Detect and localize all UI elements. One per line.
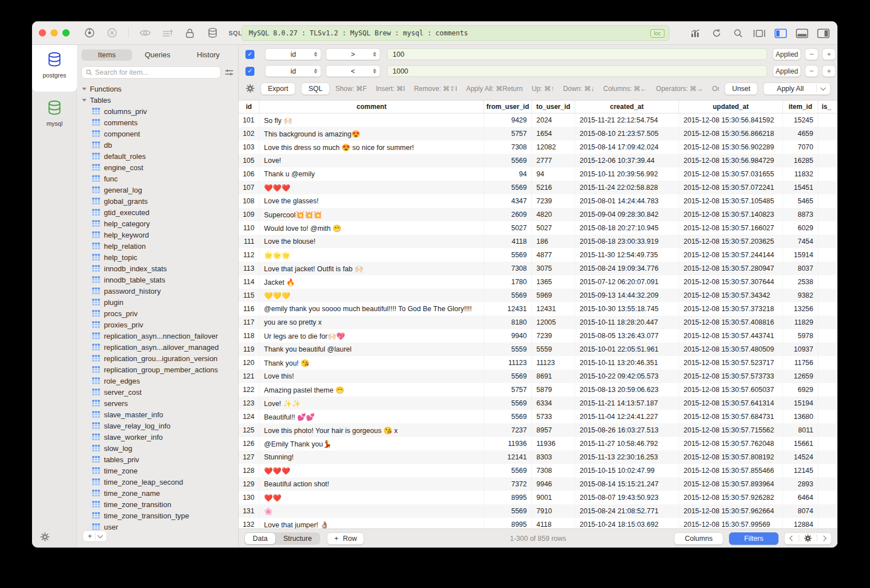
cell-id[interactable]: 113 bbox=[239, 262, 259, 275]
close-window-button[interactable] bbox=[39, 29, 46, 37]
cell-comment[interactable]: 💛💛💛 bbox=[259, 289, 484, 302]
cell-updated_at[interactable]: 2015-12-08 15:30:57.166027 bbox=[679, 221, 783, 235]
table-row[interactable]: 127Stunning!1214183032015-11-13 22:30:16… bbox=[239, 450, 837, 464]
cell-from_user_id[interactable]: 8995 bbox=[484, 518, 532, 528]
cell-item_id[interactable]: 2893 bbox=[783, 477, 818, 491]
cell-id[interactable]: 125 bbox=[239, 423, 259, 437]
cell-comment[interactable]: Love! ✨✨ bbox=[259, 396, 484, 410]
table-item-component[interactable]: component bbox=[77, 128, 238, 139]
cell-to_user_id[interactable]: 8691 bbox=[532, 370, 575, 383]
layout-right-icon[interactable] bbox=[817, 27, 830, 39]
table-item-slave_relay_log_info[interactable]: slave_relay_log_info bbox=[77, 420, 238, 431]
data-tab-button[interactable]: Data bbox=[245, 533, 275, 544]
cell-from_user_id[interactable]: 7237 bbox=[484, 423, 532, 437]
table-item-procs_priv[interactable]: procs_priv bbox=[77, 308, 238, 319]
cell-created_at[interactable]: 2015-12-06 10:37:39.44 bbox=[575, 154, 679, 167]
cell-comment[interactable]: @emily thank you soooo much beautiful!!!… bbox=[259, 302, 484, 316]
cell-from_user_id[interactable]: 5559 bbox=[484, 343, 532, 356]
cell-is_[interactable] bbox=[818, 221, 837, 235]
search-input[interactable] bbox=[95, 69, 216, 76]
cell-created_at[interactable]: 2015-10-11 13:20:46.351 bbox=[575, 356, 679, 370]
tab-queries[interactable]: Queries bbox=[132, 49, 183, 61]
layout-bottom-icon[interactable] bbox=[796, 27, 808, 39]
cell-comment[interactable]: Thank you beautiful @laurel bbox=[259, 343, 484, 356]
cell-to_user_id[interactable]: 11936 bbox=[532, 437, 575, 450]
cell-to_user_id[interactable]: 5879 bbox=[532, 383, 575, 396]
cell-from_user_id[interactable]: 5569 bbox=[484, 181, 532, 194]
cell-to_user_id[interactable]: 6334 bbox=[532, 396, 575, 410]
cell-comment[interactable]: Stunning! bbox=[259, 450, 484, 464]
cell-item_id[interactable]: 15661 bbox=[783, 437, 818, 450]
cell-id[interactable]: 132 bbox=[239, 518, 259, 528]
cell-comment[interactable]: Thank you! 😘 bbox=[259, 356, 484, 370]
cell-updated_at[interactable]: 2015-12-08 15:30:57.140823 bbox=[679, 208, 783, 221]
cell-id[interactable]: 109 bbox=[239, 208, 259, 221]
cell-id[interactable]: 102 bbox=[239, 127, 259, 140]
cell-is_[interactable] bbox=[818, 450, 837, 464]
table-row[interactable]: 110Would love to! @mith 😬502750272015-08… bbox=[239, 221, 837, 235]
cell-comment[interactable]: you are so pretty x bbox=[259, 316, 484, 329]
filter-column-select[interactable]: id bbox=[265, 48, 321, 60]
cell-created_at[interactable]: 2015-08-24 21:08:52.771 bbox=[575, 504, 679, 518]
cell-to_user_id[interactable]: 2777 bbox=[532, 154, 575, 167]
filter-applied-button[interactable]: Applied bbox=[773, 65, 801, 77]
table-row[interactable]: 122Amazing pastel theme 😁575758792015-08… bbox=[239, 383, 837, 396]
cell-from_user_id[interactable]: 4347 bbox=[484, 194, 532, 208]
cell-to_user_id[interactable]: 12431 bbox=[532, 302, 575, 316]
cell-is_[interactable] bbox=[818, 194, 837, 208]
cell-created_at[interactable]: 2015-10-11 20:39:56.992 bbox=[575, 167, 679, 181]
item-search-field[interactable] bbox=[81, 66, 221, 79]
group-functions[interactable]: Functions bbox=[77, 83, 238, 94]
cell-created_at[interactable]: 2015-09-04 09:28:30.842 bbox=[575, 208, 679, 221]
cell-item_id[interactable]: 5978 bbox=[783, 329, 818, 343]
cell-comment[interactable]: Supercool💥💥💥 bbox=[259, 208, 484, 221]
table-item-role_edges[interactable]: role_edges bbox=[77, 375, 238, 386]
cell-is_[interactable] bbox=[818, 181, 837, 194]
cell-created_at[interactable]: 2015-11-27 10:58:46.792 bbox=[575, 437, 679, 450]
cell-from_user_id[interactable]: 12431 bbox=[484, 302, 532, 316]
cell-id[interactable]: 119 bbox=[239, 343, 259, 356]
table-item-server_cost[interactable]: server_cost bbox=[77, 386, 238, 398]
table-item-replication_group_member_actions[interactable]: replication_group_member_actions bbox=[77, 364, 238, 375]
cell-from_user_id[interactable]: 8180 bbox=[484, 316, 532, 329]
disconnect-icon[interactable] bbox=[106, 27, 118, 39]
cell-is_[interactable] bbox=[818, 370, 837, 383]
table-row[interactable]: 106Thank u @emily94942015-10-11 20:39:56… bbox=[239, 167, 837, 181]
cell-created_at[interactable]: 2015-11-30 12:54:49.735 bbox=[575, 248, 679, 262]
table-item-time_zone_leap_second[interactable]: time_zone_leap_second bbox=[77, 476, 238, 487]
cell-id[interactable]: 120 bbox=[239, 356, 259, 370]
cell-id[interactable]: 114 bbox=[239, 275, 259, 289]
column-header-id[interactable]: id bbox=[239, 101, 259, 113]
table-item-innodb_index_stats[interactable]: innodb_index_stats bbox=[77, 263, 238, 274]
cell-created_at[interactable]: 2015-09-13 14:44:32.209 bbox=[575, 289, 679, 302]
cell-is_[interactable] bbox=[818, 477, 837, 491]
unset-button[interactable]: Unset bbox=[725, 83, 758, 95]
table-item-replication_grouiguration_version[interactable]: replication_grou...iguration_version bbox=[77, 353, 238, 364]
cell-updated_at[interactable]: 2015-12-08 15:30:56.984729 bbox=[679, 154, 783, 167]
cell-comment[interactable]: Love this photo! Your hair is gorgeous 😘… bbox=[259, 423, 484, 437]
cell-comment[interactable]: Beautiful action shot! bbox=[259, 477, 484, 491]
cell-item_id[interactable]: 15914 bbox=[783, 248, 818, 262]
table-row[interactable]: 114Jacket 🔥178013652015-07-12 06:20:07.0… bbox=[239, 275, 837, 289]
cell-comment[interactable]: So fly 🙌🏻 bbox=[259, 113, 484, 127]
cell-is_[interactable] bbox=[818, 356, 837, 370]
table-item-general_log[interactable]: general_log bbox=[77, 184, 238, 195]
table-row[interactable]: 125Love this photo! Your hair is gorgeou… bbox=[239, 423, 837, 437]
cell-from_user_id[interactable]: 8995 bbox=[484, 491, 532, 504]
cell-created_at[interactable]: 2015-11-04 12:24:41.227 bbox=[575, 410, 679, 423]
cell-updated_at[interactable]: 2015-12-08 15:30:57.962664 bbox=[679, 504, 783, 518]
cell-comment[interactable]: Would love to! @mith 😬 bbox=[259, 221, 484, 235]
cell-updated_at[interactable]: 2015-12-08 15:30:57.072241 bbox=[679, 181, 783, 194]
cell-created_at[interactable]: 2015-11-21 22:12:54.754 bbox=[575, 113, 679, 127]
table-row[interactable]: 112🌟🌟🌟556948772015-11-30 12:54:49.735201… bbox=[239, 248, 837, 262]
cell-comment[interactable]: This background is amazing😍 bbox=[259, 127, 484, 140]
cell-updated_at[interactable]: 2015-12-08 15:30:56.841592 bbox=[679, 113, 783, 127]
cell-is_[interactable] bbox=[818, 127, 837, 140]
cell-item_id[interactable]: 7070 bbox=[783, 140, 818, 154]
cell-to_user_id[interactable]: 4820 bbox=[532, 208, 575, 221]
table-row[interactable]: 131🌸556979102015-08-24 21:08:52.7712015-… bbox=[239, 504, 837, 518]
filter-gear-icon[interactable] bbox=[245, 84, 255, 93]
filter-column-select[interactable]: id bbox=[265, 65, 321, 77]
table-row[interactable]: 111Love the blouse!41181862015-08-18 23:… bbox=[239, 235, 837, 248]
cell-to_user_id[interactable]: 2024 bbox=[532, 113, 575, 127]
